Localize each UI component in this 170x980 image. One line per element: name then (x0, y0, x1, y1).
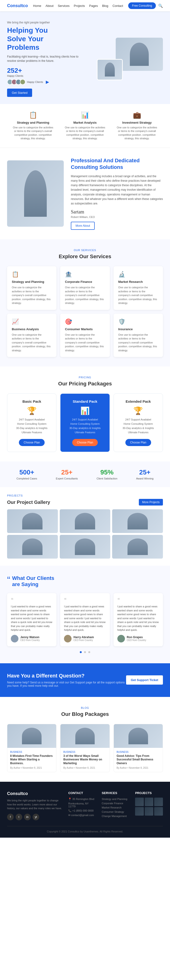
dot-1[interactable] (80, 651, 82, 653)
pricing-card-title: Basic Pack (12, 399, 52, 403)
testimonial-text: I just wanted to share a good news wante… (64, 605, 106, 632)
feature-item: 📊 Market Analysis One use to categorize … (64, 111, 106, 140)
footer-thumb-1[interactable] (135, 798, 144, 806)
project-image-6[interactable] (112, 535, 163, 558)
service-insurance-icon: 🛡️ (118, 318, 158, 325)
footer-city: Ronkonkoma, NY 11779 (68, 802, 96, 808)
service-card-title: Strategy and Planning (12, 280, 52, 283)
stat-label: Award Winning (136, 477, 153, 480)
feature-title: Investment Strategy (116, 121, 158, 124)
testimonial-avatar (11, 635, 19, 643)
pricing-icon: 🏆 (118, 406, 158, 415)
footer-projects-col: PROJECTS (135, 791, 163, 820)
blog-author: By Author • November 8, 2021 (63, 767, 107, 769)
facebook-icon[interactable]: f (7, 814, 14, 820)
footer-service-link[interactable]: Corporate Finance (102, 802, 130, 805)
project-image-3[interactable] (112, 509, 163, 533)
footer-contact-col: CONTACT 📍 35 Remington Blvd Ronkonkoma, … (68, 791, 96, 820)
market-icon: 📊 (64, 111, 106, 119)
testimonial-card-1: ❝ I just wanted to share a good news wan… (7, 593, 57, 646)
pricing-card-basic: Basic Pack 🏆 24/7 Support Availabel Home… (7, 393, 57, 452)
pricing-feature: 30-Day analytics & Insights (118, 426, 158, 430)
feature-desc: One use to categorize the activities or … (116, 126, 158, 140)
testimonial-name: Ron Grapes (127, 636, 146, 639)
footer-projects-title: PROJECTS (135, 791, 163, 795)
dot-2[interactable] (84, 651, 86, 653)
testimonials-section: “ What Our Clients are Saying ❝ I just w… (0, 566, 170, 663)
testimonial-author: Ron Grapes CEO from Country (117, 635, 159, 643)
pricing-feature: 30-Day analytics & Insights (12, 426, 52, 430)
projects-header: Our Project Gallery More Projects (7, 499, 163, 506)
service-consumer-icon: 🎯 (65, 318, 105, 325)
footer-service-link[interactable]: Strategy and Planning (102, 798, 130, 800)
nav-contact[interactable]: Contact (112, 4, 123, 8)
more-projects-button[interactable]: More Projects (139, 499, 163, 506)
footer-description: We bring the right people together to ch… (7, 799, 63, 810)
footer-thumb-2[interactable] (145, 798, 153, 806)
project-image-4[interactable] (7, 535, 58, 558)
footer-service-link[interactable]: Consumer Strategy (102, 810, 130, 813)
pricing-icon: 🏆 (12, 406, 52, 415)
projects-section: PROJECTS Our Project Gallery More Projec… (0, 487, 170, 566)
about-description: Management consulting includes a broad r… (71, 174, 163, 206)
nav-pages[interactable]: Pages (89, 4, 98, 8)
pricing-feature: 30-Day analytics & Insights (65, 426, 105, 430)
stat-satisfaction: 95% Client Satisfaction (96, 469, 117, 480)
service-card-desc: One use to categorize the activities or … (12, 285, 52, 305)
footer-service-link[interactable]: Market Research (102, 806, 130, 809)
blog-post-title: 8 Mistakes First-Time Founders Make When… (10, 754, 54, 765)
stat-label: Client Satisfaction (96, 477, 117, 480)
quote-icon-card: ❝ (11, 597, 53, 603)
nav-projects[interactable]: Projects (74, 4, 85, 8)
features-section: 📋 Strategy and Planning One use to categ… (0, 104, 170, 148)
nav-services[interactable]: Services (58, 4, 70, 8)
choose-plan-basic-button[interactable]: Choose Plan (19, 439, 45, 446)
footer-thumb-3[interactable] (154, 798, 163, 806)
dot-3[interactable] (88, 651, 90, 653)
stats-section: 500+ Completed Cases 25+ Expert Consulta… (0, 461, 170, 487)
linkedin-icon[interactable]: in (24, 814, 31, 820)
twitter-icon[interactable]: t (16, 814, 22, 820)
service-finance-icon: 🏦 (65, 271, 105, 278)
nav-about[interactable]: About (46, 4, 54, 8)
service-card-desc: One use to categorize the activities or … (118, 333, 158, 353)
free-consulting-button[interactable]: Free Consulting (128, 2, 156, 9)
cta-description: Need some help? Send us a message or vis… (7, 681, 126, 687)
pricing-card-title: Extended Pack (118, 399, 158, 403)
testimonial-company: CEO from Country (74, 639, 94, 641)
blog-post-title: 3 of the Worst Ways Small Businesses Was… (63, 754, 107, 765)
strategy-icon: 📋 (12, 111, 54, 119)
project-image-2[interactable] (60, 509, 110, 533)
play-icon[interactable]: ▶ (46, 80, 49, 84)
about-sig-name: Robert William, CEO (71, 216, 163, 218)
service-card-desc: One use to categorize the activities or … (65, 285, 105, 305)
nav-home[interactable]: Home (33, 4, 41, 8)
service-card-insurance: 🛡️ Insurance One use to categorize the a… (113, 313, 163, 357)
footer-thumb-6[interactable] (154, 807, 163, 816)
nav-blog[interactable]: Blog (102, 4, 108, 8)
cta-content: Have You a Different Question? Need some… (7, 673, 126, 687)
support-ticket-button[interactable]: Get Support Ticket (126, 675, 163, 685)
about-image (7, 161, 64, 227)
hero-small-image (97, 59, 123, 80)
choose-plan-standard-button[interactable]: Choose Plan (72, 439, 98, 446)
projects-grid (7, 509, 163, 558)
blog-image-3 (114, 724, 163, 748)
search-icon[interactable]: 🔍 (158, 3, 163, 8)
get-started-button[interactable]: Get Started (7, 89, 32, 97)
project-image-1[interactable] (7, 509, 58, 533)
pricing-card-standard: Standard Pack 📊 24/7 Support Availabel H… (60, 393, 110, 452)
quote-icon-card: ❝ (64, 597, 106, 603)
footer-services-col: SERVICES Strategy and Planning Corporate… (102, 791, 130, 820)
footer-thumb-5[interactable] (145, 807, 153, 816)
project-image-5[interactable] (60, 535, 110, 558)
youtube-icon[interactable]: yt (33, 814, 39, 820)
blog-card-2[interactable]: Business 3 of the Worst Ways Small Busin… (60, 724, 110, 773)
footer-service-link[interactable]: Change Management (102, 815, 130, 818)
footer-thumb-4[interactable] (135, 807, 144, 816)
choose-plan-extended-button[interactable]: Choose Plan (125, 439, 151, 446)
blog-card-3[interactable]: Business Good Advice: Tips From Successf… (113, 724, 163, 773)
blog-card-1[interactable]: Business 8 Mistakes First-Time Founders … (7, 724, 57, 773)
stat-number: 95% (96, 469, 117, 476)
more-about-button[interactable]: More About (71, 222, 95, 230)
